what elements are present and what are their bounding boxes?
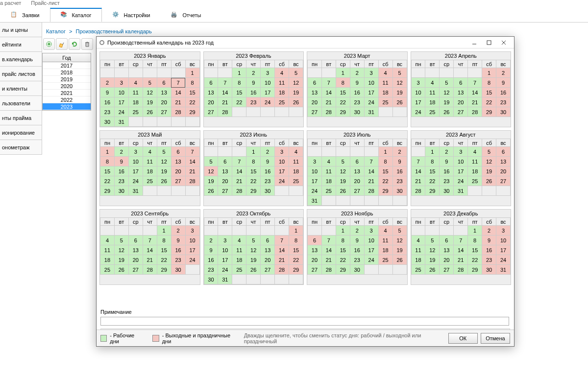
calendar-day[interactable]: 25: [321, 186, 336, 196]
nav-item-3[interactable]: прайс листов: [0, 67, 42, 81]
calendar-day[interactable]: 15: [100, 166, 115, 176]
calendar-day[interactable]: 8: [157, 236, 171, 245]
calendar-day[interactable]: 18: [411, 255, 425, 265]
calendar-day[interactable]: 18: [378, 88, 392, 97]
breadcrumb-root[interactable]: Каталог: [46, 28, 66, 34]
calendar-day[interactable]: 6: [350, 157, 364, 166]
calendar-day[interactable]: 30: [100, 117, 115, 127]
nav-item-2[interactable]: в.календарь: [0, 52, 42, 67]
calendar-day[interactable]: 10: [454, 157, 468, 166]
calendar-day[interactable]: 30: [496, 107, 511, 117]
calendar-day[interactable]: 15: [157, 245, 171, 255]
calendar-day[interactable]: 13: [261, 245, 275, 255]
nav-item-5[interactable]: льзователи: [0, 96, 42, 111]
calendar-day[interactable]: 11: [378, 236, 392, 245]
calendar-day[interactable]: 18: [232, 255, 246, 265]
calendar-day[interactable]: 8: [100, 157, 115, 166]
calendar-day[interactable]: 12: [425, 245, 440, 255]
calendar-day[interactable]: 2: [350, 226, 364, 236]
calendar-day[interactable]: 30: [204, 275, 218, 284]
calendar-day[interactable]: 28: [364, 186, 378, 196]
calendar-day[interactable]: 19: [482, 166, 496, 176]
calendar-day[interactable]: 23: [246, 97, 261, 107]
calendar-day[interactable]: 23: [114, 176, 128, 186]
calendar-day[interactable]: 5: [289, 68, 303, 78]
calendar-day[interactable]: 1: [425, 147, 440, 157]
calendar-day[interactable]: 16: [496, 88, 511, 97]
calendar-day[interactable]: 6: [261, 236, 275, 245]
calendar-day[interactable]: 7: [232, 157, 246, 166]
calendar-day[interactable]: 14: [143, 245, 157, 255]
calendar-day[interactable]: 16: [114, 166, 128, 176]
calendar-day[interactable]: 16: [392, 166, 407, 176]
calendar-day[interactable]: 12: [204, 166, 218, 176]
calendar-day[interactable]: 16: [100, 97, 115, 107]
calendar-day[interactable]: 24: [114, 107, 128, 117]
calendar-day[interactable]: 12: [392, 78, 407, 88]
calendar-day[interactable]: 24: [364, 97, 378, 107]
calendar-day[interactable]: 10: [364, 78, 378, 88]
calendar-day[interactable]: 21: [321, 255, 336, 265]
calendar-day[interactable]: 4: [321, 157, 336, 166]
ribbon-tab-2[interactable]: ⚙️Настройки: [102, 8, 161, 22]
nav-item-7[interactable]: ионирование: [0, 125, 42, 140]
calendar-day[interactable]: 13: [496, 157, 511, 166]
calendar-day[interactable]: 30: [261, 186, 275, 196]
calendar-day[interactable]: 29: [482, 107, 496, 117]
calendar-day[interactable]: 30: [350, 107, 364, 117]
calendar-day[interactable]: 15: [425, 166, 440, 176]
calendar-day[interactable]: 5: [392, 68, 407, 78]
calendar-day[interactable]: 24: [275, 176, 289, 186]
calendar-day[interactable]: 17: [128, 166, 143, 176]
calendar-day[interactable]: 1: [100, 147, 115, 157]
calendar-day[interactable]: 29: [185, 107, 199, 117]
calendar-day[interactable]: 10: [114, 88, 128, 97]
calendar-day[interactable]: 26: [392, 97, 407, 107]
calendar-day[interactable]: 3: [185, 226, 199, 236]
calendar-day[interactable]: 9: [204, 245, 218, 255]
calendar-day[interactable]: 28: [143, 265, 157, 275]
calendar-day[interactable]: 15: [232, 88, 246, 97]
calendar-day[interactable]: 9: [350, 236, 364, 245]
calendar-day[interactable]: 19: [336, 176, 350, 186]
calendar-day[interactable]: 19: [289, 88, 303, 97]
calendar-day[interactable]: 27: [308, 107, 322, 117]
refresh-button[interactable]: [69, 38, 80, 50]
calendar-day[interactable]: 2: [392, 147, 407, 157]
calendar-day[interactable]: 31: [308, 196, 322, 206]
calendar-day[interactable]: 5: [482, 147, 496, 157]
calendar-day[interactable]: 11: [425, 88, 440, 97]
calendar-day[interactable]: 16: [482, 245, 496, 255]
calendar-day[interactable]: 3: [454, 147, 468, 157]
calendar-day[interactable]: 18: [143, 166, 157, 176]
calendar-day[interactable]: 13: [454, 88, 468, 97]
edit-button[interactable]: [56, 38, 68, 50]
calendar-day[interactable]: 13: [171, 157, 185, 166]
calendar-day[interactable]: 26: [440, 107, 454, 117]
calendar-day[interactable]: 5: [204, 157, 218, 166]
calendar-day[interactable]: 21: [232, 176, 246, 186]
calendar-day[interactable]: 10: [218, 245, 232, 255]
year-row-2023[interactable]: 2023: [43, 103, 91, 110]
calendar-day[interactable]: 16: [350, 88, 364, 97]
note-input[interactable]: [100, 317, 509, 326]
calendar-day[interactable]: 23: [350, 97, 364, 107]
year-row-2019[interactable]: 2019: [43, 76, 91, 83]
calendar-day[interactable]: 15: [482, 88, 496, 97]
calendar-day[interactable]: 17: [454, 166, 468, 176]
calendar-day[interactable]: 8: [336, 78, 350, 88]
calendar-day[interactable]: 27: [157, 107, 171, 117]
calendar-day[interactable]: 26: [392, 255, 407, 265]
calendar-day[interactable]: 19: [157, 166, 171, 176]
calendar-day[interactable]: 22: [157, 255, 171, 265]
calendar-day[interactable]: 8: [425, 157, 440, 166]
calendar-day[interactable]: 28: [454, 265, 468, 275]
calendar-day[interactable]: 12: [289, 78, 303, 88]
calendar-day[interactable]: 21: [185, 166, 199, 176]
calendar-day[interactable]: 3: [364, 226, 378, 236]
calendar-day[interactable]: 13: [204, 88, 218, 97]
calendar-day[interactable]: 9: [100, 88, 115, 97]
calendar-day[interactable]: 12: [482, 157, 496, 166]
calendar-day[interactable]: 2: [482, 226, 496, 236]
calendar-day[interactable]: 11: [232, 245, 246, 255]
